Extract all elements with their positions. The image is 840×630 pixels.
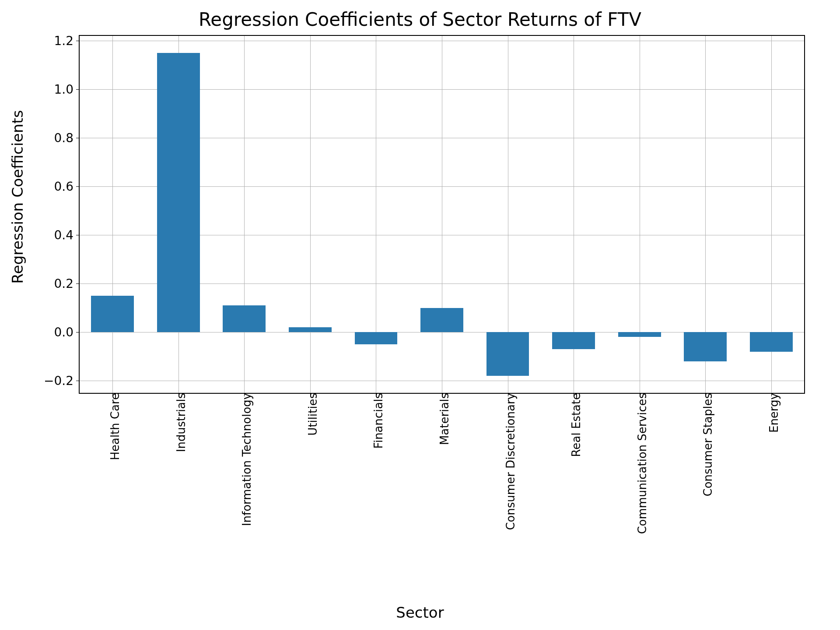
chart-figure: Regression Coefficients of Sector Return… bbox=[0, 0, 840, 630]
bar bbox=[618, 332, 661, 337]
bar bbox=[355, 332, 398, 344]
x-tick-label: Materials bbox=[433, 393, 451, 445]
y-tick-label: 0.6 bbox=[54, 179, 80, 194]
bar bbox=[420, 308, 463, 332]
chart-title: Regression Coefficients of Sector Return… bbox=[0, 9, 840, 30]
x-tick-label: Industrials bbox=[169, 393, 188, 452]
bar bbox=[552, 332, 595, 349]
bar bbox=[223, 305, 266, 332]
x-tick-label: Communication Services bbox=[630, 393, 649, 534]
plot-area: −0.20.00.20.40.60.81.01.2Health CareIndu… bbox=[79, 35, 805, 394]
x-tick-label: Energy bbox=[762, 393, 780, 433]
y-axis-label: Regression Coefficients bbox=[9, 0, 26, 394]
grid-line bbox=[112, 36, 113, 393]
x-tick-label: Utilities bbox=[301, 393, 319, 436]
grid-line bbox=[244, 36, 245, 393]
x-tick-label: Financials bbox=[367, 393, 385, 448]
y-tick-label: 0.0 bbox=[54, 325, 80, 340]
bar bbox=[91, 296, 134, 332]
bar bbox=[684, 332, 727, 361]
y-tick-label: 0.2 bbox=[54, 276, 80, 291]
bar bbox=[486, 332, 529, 376]
grid-line bbox=[640, 36, 640, 393]
x-axis-label: Sector bbox=[0, 604, 840, 621]
bar bbox=[750, 332, 793, 351]
x-tick-label: Real Estate bbox=[564, 393, 583, 457]
y-tick-label: −0.2 bbox=[44, 374, 80, 388]
x-tick-label: Information Technology bbox=[235, 393, 253, 526]
y-tick-label: 1.0 bbox=[54, 82, 80, 97]
y-tick-label: 1.2 bbox=[54, 34, 80, 48]
bar bbox=[289, 327, 332, 332]
x-tick-label: Health Care bbox=[103, 393, 122, 460]
y-tick-label: 0.8 bbox=[54, 131, 80, 145]
x-tick-label: Consumer Discretionary bbox=[499, 393, 517, 530]
grid-line bbox=[442, 36, 442, 393]
y-tick-label: 0.4 bbox=[54, 228, 80, 242]
x-tick-label: Consumer Staples bbox=[696, 393, 714, 497]
bar bbox=[157, 53, 200, 332]
grid-line bbox=[310, 36, 311, 393]
